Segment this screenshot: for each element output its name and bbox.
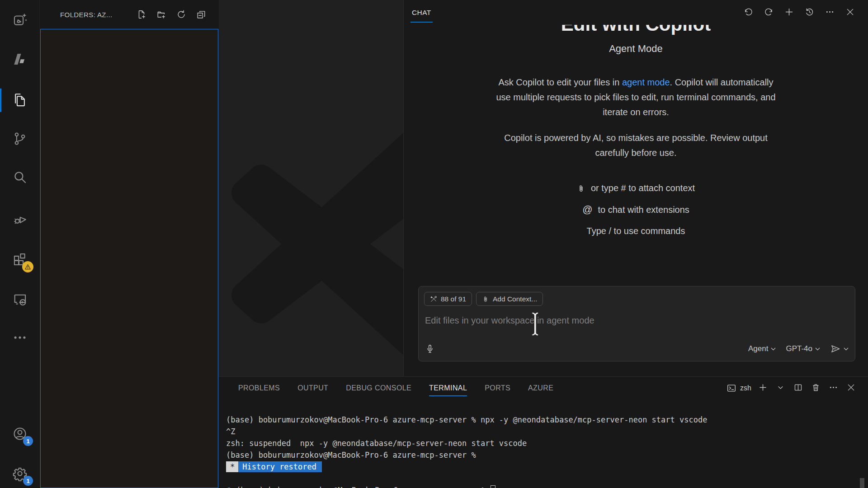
- chat-panel: CHAT: [403, 0, 868, 376]
- chat-input-box[interactable]: 88 of 91 Add Context... Edit files in yo…: [418, 286, 855, 361]
- vscode-logo-watermark: [231, 90, 403, 376]
- tab-chat[interactable]: CHAT: [410, 0, 433, 25]
- chat-subtitle: Agent Mode: [404, 43, 868, 55]
- source-control-icon[interactable]: [10, 129, 30, 149]
- chat-hints: or type # to attach context @ to chat wi…: [404, 183, 868, 236]
- extensions-warning-badge: [22, 261, 33, 272]
- tools-icon: [430, 296, 437, 303]
- microphone-icon[interactable]: [425, 344, 435, 354]
- chat-close-icon[interactable]: [845, 7, 856, 18]
- terminal-line: zsh: suspended npx -y @neondatabase/mcp-…: [226, 437, 865, 449]
- redo-icon[interactable]: [764, 7, 775, 18]
- model-label: GPT-4o: [786, 344, 812, 353]
- chat-header: CHAT: [404, 0, 868, 25]
- history-icon[interactable]: [805, 7, 816, 18]
- search-icon[interactable]: [10, 167, 30, 187]
- terminal-blank-line: [226, 473, 865, 484]
- copilot-edits-icon[interactable]: [10, 10, 30, 30]
- terminal-history-restored-line: *History restored: [226, 461, 865, 473]
- agent-mode-link[interactable]: agent mode: [622, 77, 670, 87]
- new-folder-icon[interactable]: [156, 9, 167, 20]
- chat-paragraph-1: Ask Copilot to edit your files in agent …: [491, 75, 781, 120]
- settings-gear-icon[interactable]: 1: [10, 464, 30, 483]
- history-marker: *: [226, 461, 238, 472]
- send-options-chevron-icon[interactable]: [844, 347, 849, 351]
- hint-commands-text: Type / to use commands: [587, 226, 685, 236]
- p1-pre: Ask Copilot to edit your files in: [498, 77, 622, 87]
- vscode-window: 1 1 FOLDERS: AZ...: [0, 0, 868, 488]
- editor-area[interactable]: [219, 0, 403, 376]
- hint-attach-text: or type # to attach context: [591, 183, 695, 193]
- chat-paragraph-2: Copilot is powered by AI, so mistakes ar…: [491, 131, 781, 160]
- mode-picker[interactable]: Agent: [748, 344, 776, 353]
- shell-session-button[interactable]: zsh: [726, 383, 751, 393]
- undo-icon[interactable]: [744, 7, 755, 18]
- chat-more-icon[interactable]: [825, 7, 836, 18]
- panel-header: PROBLEMS OUTPUT DEBUG CONSOLE TERMINAL P…: [219, 377, 868, 399]
- kill-terminal-icon[interactable]: [811, 383, 822, 394]
- shell-name: zsh: [740, 384, 751, 392]
- tab-output[interactable]: OUTPUT: [297, 377, 328, 399]
- folders-tree[interactable]: [40, 29, 218, 488]
- azure-icon[interactable]: [10, 49, 30, 69]
- model-picker[interactable]: GPT-4o: [786, 344, 820, 353]
- settings-badge: 1: [23, 476, 33, 486]
- hint-commands: Type / to use commands: [587, 226, 685, 236]
- terminal-scrollbar[interactable]: [860, 478, 864, 488]
- hint-extensions: @ to chat with extensions: [582, 204, 689, 216]
- hint-attach-context: or type # to attach context: [577, 183, 695, 193]
- chat-input-placeholder[interactable]: Edit files in your workspace in agent mo…: [425, 315, 594, 326]
- collapse-all-icon[interactable]: [195, 9, 207, 20]
- chat-welcome: Edit with Copilot Agent Mode Ask Copilot…: [404, 25, 868, 271]
- tab-terminal[interactable]: TERMINAL: [429, 377, 467, 399]
- bottom-panel: PROBLEMS OUTPUT DEBUG CONSOLE TERMINAL P…: [219, 376, 868, 488]
- terminal-line: (base) boburumurzokov@MacBook-Pro-6 azur…: [226, 414, 865, 426]
- account-badge: 1: [23, 436, 33, 446]
- sidebar-title: FOLDERS: AZ...: [60, 11, 113, 19]
- chat-title: Edit with Copilot: [404, 25, 868, 36]
- panel-close-icon[interactable]: [846, 383, 857, 394]
- terminal-line: ^Z: [226, 426, 865, 437]
- tools-count-button[interactable]: 88 of 91: [424, 292, 472, 306]
- sidebar-folders: FOLDERS: AZ...: [40, 0, 219, 488]
- explorer-icon[interactable]: [10, 90, 30, 110]
- new-chat-icon[interactable]: [784, 7, 795, 18]
- run-debug-icon[interactable]: [10, 208, 30, 228]
- account-icon[interactable]: 1: [10, 424, 30, 444]
- paperclip-icon: [577, 183, 585, 193]
- send-icon[interactable]: [830, 343, 841, 354]
- terminal-output[interactable]: (base) boburumurzokov@MacBook-Pro-6 azur…: [219, 399, 865, 488]
- tab-azure[interactable]: AZURE: [528, 377, 553, 399]
- terminal-line: (base) boburumurzokov@MacBook-Pro-6 azur…: [226, 449, 865, 461]
- terminal-icon: [726, 383, 736, 393]
- panel-more-icon[interactable]: [829, 383, 840, 394]
- sidebar-header: FOLDERS: AZ...: [40, 0, 219, 29]
- terminal-cursor: [491, 485, 495, 488]
- tab-ports[interactable]: PORTS: [485, 377, 510, 399]
- refresh-icon[interactable]: [175, 9, 187, 20]
- terminal-profile-chevron-icon[interactable]: [776, 383, 787, 394]
- extensions-icon[interactable]: [10, 249, 30, 269]
- tab-debug-console[interactable]: DEBUG CONSOLE: [346, 377, 411, 399]
- tab-problems[interactable]: PROBLEMS: [238, 377, 280, 399]
- add-context-label: Add Context...: [493, 295, 537, 303]
- tools-count-label: 88 of 91: [441, 295, 466, 303]
- at-symbol: @: [582, 204, 592, 216]
- paperclip-icon: [482, 296, 489, 303]
- split-terminal-icon[interactable]: [793, 383, 804, 394]
- mode-label: Agent: [748, 344, 768, 353]
- more-icon[interactable]: [10, 328, 30, 347]
- history-restored-badge: History restored: [238, 461, 322, 472]
- new-file-icon[interactable]: [136, 9, 147, 20]
- add-context-button[interactable]: Add Context...: [476, 292, 543, 306]
- hint-extensions-text: to chat with extensions: [598, 205, 689, 215]
- terminal-prompt-line: (base) boburumurzokov@MacBook-Pro-6 azur…: [226, 484, 865, 488]
- remote-explorer-icon[interactable]: [10, 289, 30, 309]
- activity-bar: 1 1: [0, 0, 40, 488]
- new-terminal-icon[interactable]: [758, 383, 769, 394]
- active-view-indicator: [0, 89, 1, 112]
- chevron-down-icon: [771, 347, 776, 351]
- terminal-prompt: (base) boburumurzokov@MacBook-Pro-6 azur…: [236, 486, 486, 488]
- chevron-down-icon: [815, 347, 820, 351]
